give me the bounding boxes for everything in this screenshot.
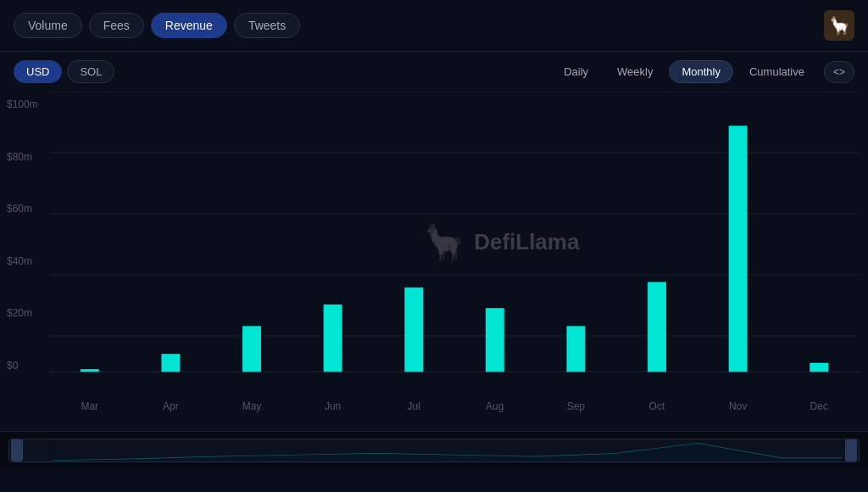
time-group: Daily Weekly Monthly Cumulative <>	[551, 60, 854, 83]
bar-sep	[566, 326, 585, 372]
x-label-mar: Mar	[49, 400, 131, 412]
controls-row: USD SOL Daily Weekly Monthly Cumulative …	[0, 52, 868, 92]
tab-fees[interactable]: Fees	[89, 13, 144, 38]
currency-sol[interactable]: SOL	[67, 60, 114, 83]
y-label-2: $40m	[7, 255, 49, 267]
y-label-4: $80m	[7, 151, 49, 163]
time-weekly[interactable]: Weekly	[604, 60, 665, 83]
x-label-may: May	[211, 400, 292, 412]
bar-jun	[324, 305, 342, 372]
y-label-0: $0	[7, 360, 49, 372]
tab-volume[interactable]: Volume	[14, 13, 82, 38]
scrollbar-handle-right[interactable]	[845, 439, 857, 461]
x-label-jul: Jul	[373, 400, 454, 412]
x-label-dec: Dec	[778, 400, 860, 412]
x-axis: Mar Apr May Jun Jul Aug Sep Oct Nov Dec	[49, 400, 860, 412]
bar-mar	[81, 369, 99, 372]
bar-aug	[486, 308, 504, 372]
x-label-nov: Nov	[698, 400, 779, 412]
x-label-sep: Sep	[536, 400, 617, 412]
top-nav: Volume Fees Revenue Tweets 🦙	[0, 0, 868, 52]
y-label-3: $60m	[7, 203, 49, 215]
time-daily[interactable]: Daily	[551, 60, 601, 83]
tab-tweets[interactable]: Tweets	[234, 13, 300, 38]
bar-dec	[810, 363, 828, 372]
x-label-jun: Jun	[292, 400, 374, 412]
bar-apr	[161, 354, 180, 372]
svg-marker-6	[52, 443, 842, 461]
bar-nov	[729, 126, 748, 372]
scrollbar-area	[0, 431, 868, 468]
x-label-aug: Aug	[454, 400, 536, 412]
y-axis: $0 $20m $40m $60m $80m $100m	[0, 92, 49, 397]
scrollbar-track[interactable]	[8, 439, 860, 462]
chart-area: 🦙 DefiLlama	[49, 92, 860, 397]
chart-svg	[49, 92, 860, 397]
scrollbar-mini-chart	[9, 439, 859, 461]
currency-usd[interactable]: USD	[14, 60, 62, 83]
time-cumulative[interactable]: Cumulative	[737, 60, 817, 83]
x-label-oct: Oct	[616, 400, 698, 412]
tab-revenue[interactable]: Revenue	[151, 13, 227, 38]
time-monthly[interactable]: Monthly	[669, 60, 733, 83]
currency-group: USD SOL	[14, 60, 114, 83]
y-label-5: $100m	[7, 98, 49, 110]
x-label-apr: Apr	[131, 400, 212, 412]
y-label-1: $20m	[7, 307, 49, 319]
bar-oct	[648, 282, 666, 372]
embed-button[interactable]: <>	[824, 61, 854, 83]
bar-may	[242, 326, 261, 372]
scrollbar-handle-left[interactable]	[11, 439, 23, 461]
avatar: 🦙	[824, 10, 854, 41]
chart-wrapper: $0 $20m $40m $60m $80m $100m	[0, 92, 868, 465]
bar-jul	[404, 288, 423, 372]
